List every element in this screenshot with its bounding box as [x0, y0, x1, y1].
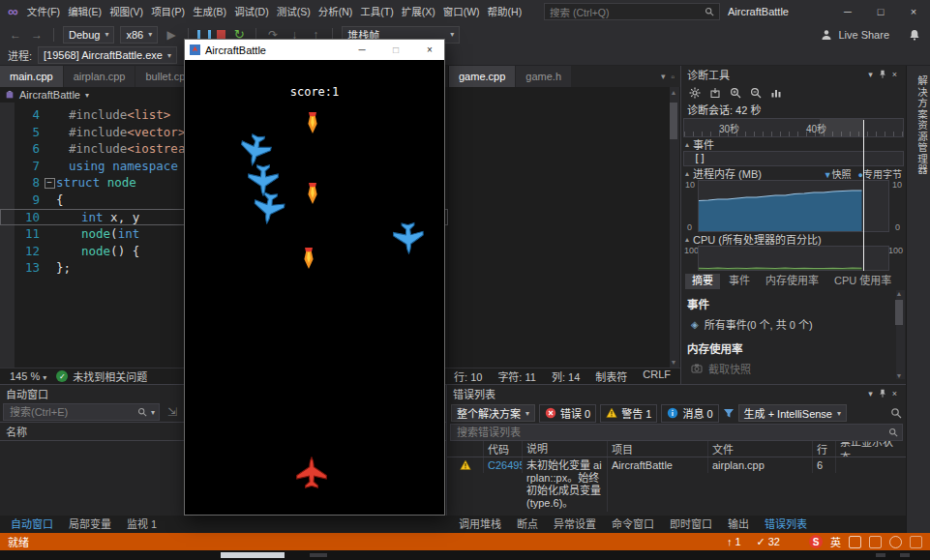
menu-item[interactable]: 生成(B) [189, 0, 230, 23]
float-group-icon[interactable]: ▫ [671, 72, 675, 82]
maximize-button[interactable]: □ [864, 0, 897, 23]
taskbar-app[interactable] [310, 553, 327, 557]
autos-search-input[interactable] [8, 405, 134, 419]
editor-tab[interactable]: game.h [516, 66, 571, 87]
panel-tab[interactable]: 输出 [721, 516, 756, 533]
panel-tab[interactable]: 异常设置 [547, 516, 603, 533]
code-health-indicator[interactable]: ✓ 未找到相关问题 [56, 368, 147, 384]
navigate-back-icon[interactable]: ← [8, 28, 23, 42]
diagnostics-timeline[interactable]: 30秒 40秒 [683, 118, 904, 137]
timeline-selection[interactable] [820, 119, 864, 136]
configuration-dropdown[interactable]: Debug▾ [63, 26, 114, 44]
editor-tab[interactable]: airplan.cpp [64, 66, 135, 87]
zoom-level-dropdown[interactable]: 145 % ▾ [10, 370, 46, 382]
cpu-chart[interactable]: 100 100 [683, 246, 904, 271]
game-window[interactable]: AircraftBattle ─ □ × score:1 [184, 39, 445, 516]
reset-view-icon[interactable] [770, 87, 782, 99]
ime-language-indicator[interactable]: 英 [830, 534, 841, 549]
tray-icon[interactable] [889, 536, 902, 548]
messages-filter-button[interactable]: 消息 0 [661, 404, 718, 423]
game-close-button[interactable]: × [415, 40, 444, 60]
panel-tab[interactable]: 命令窗口 [605, 516, 661, 533]
taskbar-active-app[interactable] [221, 552, 285, 558]
breadcrumb-project[interactable]: AircraftBattle [19, 89, 80, 101]
scrollbar[interactable]: ▲ ▼ [896, 290, 905, 379]
chevron-down-icon[interactable]: ▾ [863, 70, 878, 79]
caret-col[interactable]: 列: 14 [552, 368, 580, 384]
diagnostics-tab[interactable]: 内存使用率 [759, 274, 825, 289]
pin-icon[interactable] [878, 70, 887, 79]
push-indicator[interactable]: ↑1 [727, 536, 741, 547]
column-header[interactable]: 说明 [523, 441, 608, 457]
panel-tab[interactable]: 局部变量 [62, 516, 118, 533]
editor-tab[interactable]: main.cpp [0, 66, 63, 87]
panel-tab[interactable]: 错误列表 [758, 516, 814, 533]
error-search-box[interactable] [450, 424, 903, 441]
editor-tab[interactable]: game.cpp [449, 66, 515, 87]
column-header[interactable]: 项目 [608, 441, 708, 457]
menu-item[interactable]: 文件(F) [23, 0, 64, 23]
search-icon[interactable] [890, 407, 902, 419]
zoom-in-icon[interactable] [730, 87, 741, 99]
line-ending[interactable]: CRLF [643, 368, 671, 384]
tray-icon[interactable] [869, 536, 882, 548]
indent-mode[interactable]: 制表符 [595, 368, 627, 384]
tray-icon[interactable] [910, 536, 922, 548]
menu-item[interactable]: 窗口(W) [439, 0, 484, 23]
column-header[interactable]: 文件 [708, 441, 813, 457]
menu-item[interactable]: 扩展(X) [398, 0, 439, 23]
panel-tab[interactable]: 监视 1 [120, 516, 164, 533]
severity-column-header[interactable] [447, 441, 484, 457]
panel-tab[interactable]: 调用堆栈 [452, 516, 508, 533]
events-section-header[interactable]: ▴ 事件 [681, 137, 906, 151]
menu-item[interactable]: 帮助(H) [484, 0, 526, 23]
scrollbar[interactable]: ▲ ▼ [670, 87, 679, 368]
scroll-up-icon[interactable]: ▲ [670, 89, 677, 96]
process-dropdown[interactable]: [19568] AircraftBattle.exe▾ [38, 46, 177, 64]
navigate-forward-icon[interactable]: → [29, 28, 45, 42]
scroll-down-icon[interactable]: ▼ [670, 359, 677, 366]
warnings-filter-button[interactable]: 警告 1 [600, 404, 657, 423]
game-minimize-button[interactable]: ─ [347, 40, 376, 60]
bell-icon[interactable] [909, 29, 920, 41]
diagnostics-tab[interactable]: 摘要 [685, 274, 720, 289]
game-canvas[interactable]: score:1 [185, 60, 444, 515]
panel-tab[interactable]: 断点 [510, 516, 545, 533]
search-depth-icon[interactable]: ⇲ [165, 405, 180, 419]
scrollbar-thumb[interactable] [895, 300, 903, 325]
live-share-button[interactable]: Live Share [838, 29, 889, 41]
column-header[interactable]: 行 [813, 441, 836, 457]
edits-indicator[interactable]: ✓32 [757, 536, 780, 548]
caret-line[interactable]: 行: 10 [454, 368, 482, 384]
game-maximize-button[interactable]: □ [381, 40, 410, 60]
minimize-button[interactable]: ─ [831, 0, 864, 23]
menu-item[interactable]: 测试(S) [273, 0, 315, 23]
close-icon[interactable]: × [887, 70, 902, 79]
caret-char[interactable]: 字符: 11 [497, 368, 536, 384]
menu-item[interactable]: 分析(N) [315, 0, 357, 23]
taskbar-tray[interactable] [876, 553, 885, 557]
error-search-input[interactable] [455, 426, 885, 439]
column-header[interactable]: 禁止显示状态 [836, 441, 906, 457]
menu-item[interactable]: 视图(V) [105, 0, 147, 23]
platform-dropdown[interactable]: x86▾ [120, 26, 158, 44]
tab-list-icon[interactable]: ▾ [661, 72, 666, 81]
panel-tab[interactable]: 自动窗口 [4, 516, 60, 533]
errors-filter-button[interactable]: 错误 0 [539, 404, 596, 423]
chevron-down-icon[interactable]: ▾ [863, 389, 878, 398]
error-code-link[interactable]: C26495 [484, 457, 523, 473]
scrollbar-thumb[interactable] [670, 103, 677, 139]
close-icon[interactable]: × [887, 389, 902, 398]
all-events-link[interactable]: ◈ 所有事件(0 个, 共 0 个) [681, 313, 906, 335]
menu-item[interactable]: 调试(D) [230, 0, 273, 23]
chevron-down-icon[interactable]: ▾ [151, 408, 155, 417]
menu-item[interactable]: 编辑(E) [64, 0, 105, 23]
solution-explorer-vertical-tab[interactable]: 解决方案资源管理器 [907, 75, 930, 176]
column-header[interactable]: 代码 [484, 441, 523, 457]
tray-icon[interactable] [849, 536, 861, 548]
menu-item[interactable]: 项目(P) [147, 0, 189, 23]
menu-item[interactable]: 工具(T) [356, 0, 397, 23]
pin-icon[interactable] [878, 389, 887, 398]
cpu-section-header[interactable]: ▴ CPU (所有处理器的百分比) [681, 232, 906, 246]
gear-icon[interactable] [689, 87, 701, 99]
